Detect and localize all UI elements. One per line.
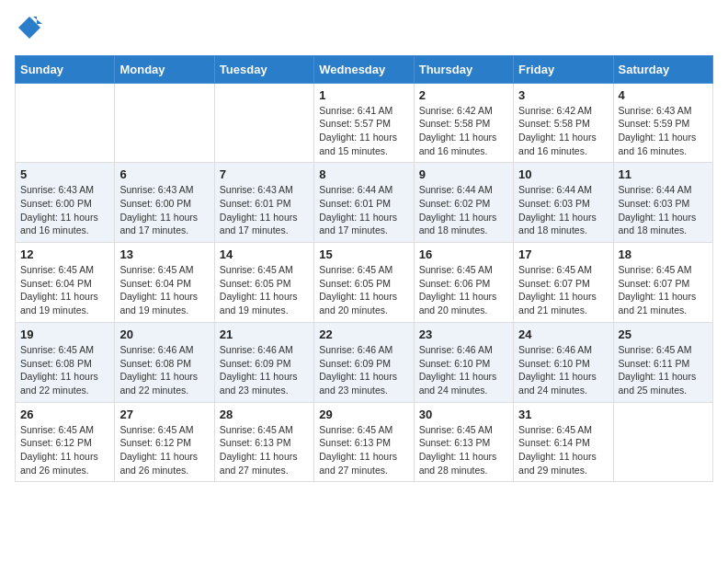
calendar-header-thursday: Thursday — [414, 55, 513, 83]
day-number: 5 — [20, 167, 109, 181]
day-info: Sunrise: 6:44 AM Sunset: 6:03 PM Dayligh… — [619, 183, 708, 237]
day-number: 26 — [20, 408, 109, 421]
day-info: Sunrise: 6:43 AM Sunset: 6:00 PM Dayligh… — [20, 183, 109, 237]
calendar-header-monday: Monday — [115, 55, 214, 83]
calendar-cell: 3Sunrise: 6:42 AM Sunset: 5:58 PM Daylig… — [514, 83, 613, 163]
day-info: Sunrise: 6:45 AM Sunset: 6:06 PM Dayligh… — [419, 263, 508, 317]
calendar-header-sunday: Sunday — [16, 55, 115, 83]
day-number: 23 — [419, 327, 508, 341]
calendar-cell: 17Sunrise: 6:45 AM Sunset: 6:07 PM Dayli… — [514, 243, 613, 323]
day-number: 12 — [20, 247, 109, 261]
calendar-cell: 5Sunrise: 6:43 AM Sunset: 6:00 PM Daylig… — [16, 163, 115, 243]
day-number: 11 — [619, 167, 708, 181]
calendar-cell: 9Sunrise: 6:44 AM Sunset: 6:02 PM Daylig… — [414, 163, 513, 243]
calendar-cell: 18Sunrise: 6:45 AM Sunset: 6:07 PM Dayli… — [613, 243, 712, 323]
calendar-cell: 8Sunrise: 6:44 AM Sunset: 6:01 PM Daylig… — [314, 163, 414, 243]
day-info: Sunrise: 6:45 AM Sunset: 6:04 PM Dayligh… — [119, 263, 209, 317]
day-info: Sunrise: 6:45 AM Sunset: 6:07 PM Dayligh… — [619, 263, 708, 317]
day-info: Sunrise: 6:41 AM Sunset: 5:57 PM Dayligh… — [319, 104, 408, 158]
calendar-cell: 27Sunrise: 6:45 AM Sunset: 6:12 PM Dayli… — [115, 402, 214, 482]
calendar-week-row: 26Sunrise: 6:45 AM Sunset: 6:12 PM Dayli… — [16, 402, 713, 482]
calendar-cell: 31Sunrise: 6:45 AM Sunset: 6:14 PM Dayli… — [514, 402, 613, 482]
day-number: 20 — [119, 327, 209, 341]
calendar-cell: 22Sunrise: 6:46 AM Sunset: 6:09 PM Dayli… — [314, 322, 414, 402]
day-number: 13 — [119, 247, 209, 261]
calendar-cell: 30Sunrise: 6:45 AM Sunset: 6:13 PM Dayli… — [414, 402, 513, 482]
day-info: Sunrise: 6:45 AM Sunset: 6:07 PM Dayligh… — [518, 263, 608, 317]
day-info: Sunrise: 6:42 AM Sunset: 5:58 PM Dayligh… — [518, 104, 608, 158]
calendar-cell: 21Sunrise: 6:46 AM Sunset: 6:09 PM Dayli… — [214, 322, 313, 402]
calendar-week-row: 5Sunrise: 6:43 AM Sunset: 6:00 PM Daylig… — [16, 163, 713, 243]
day-number: 2 — [419, 88, 508, 102]
logo-icon — [17, 15, 42, 40]
calendar-cell: 14Sunrise: 6:45 AM Sunset: 6:05 PM Dayli… — [214, 243, 313, 323]
calendar-cell: 7Sunrise: 6:43 AM Sunset: 6:01 PM Daylig… — [214, 163, 313, 243]
calendar-cell: 6Sunrise: 6:43 AM Sunset: 6:00 PM Daylig… — [115, 163, 214, 243]
day-info: Sunrise: 6:45 AM Sunset: 6:04 PM Dayligh… — [20, 263, 109, 317]
day-info: Sunrise: 6:45 AM Sunset: 6:13 PM Dayligh… — [220, 423, 309, 477]
day-info: Sunrise: 6:46 AM Sunset: 6:09 PM Dayligh… — [319, 343, 408, 397]
day-number: 31 — [518, 408, 608, 421]
day-number: 4 — [619, 88, 708, 102]
day-number: 3 — [518, 88, 608, 102]
calendar-header-wednesday: Wednesday — [314, 55, 414, 83]
calendar-week-row: 1Sunrise: 6:41 AM Sunset: 5:57 PM Daylig… — [16, 83, 713, 163]
day-number: 8 — [319, 167, 408, 181]
day-info: Sunrise: 6:45 AM Sunset: 6:08 PM Dayligh… — [20, 343, 109, 397]
day-number: 7 — [220, 167, 309, 181]
calendar-week-row: 19Sunrise: 6:45 AM Sunset: 6:08 PM Dayli… — [16, 322, 713, 402]
calendar-cell — [613, 402, 712, 482]
day-info: Sunrise: 6:43 AM Sunset: 6:01 PM Dayligh… — [220, 183, 309, 237]
day-number: 15 — [319, 247, 408, 261]
logo — [15, 15, 42, 46]
calendar-week-row: 12Sunrise: 6:45 AM Sunset: 6:04 PM Dayli… — [16, 243, 713, 323]
calendar-table: SundayMondayTuesdayWednesdayThursdayFrid… — [15, 55, 713, 483]
day-info: Sunrise: 6:46 AM Sunset: 6:10 PM Dayligh… — [518, 343, 608, 397]
day-info: Sunrise: 6:45 AM Sunset: 6:11 PM Dayligh… — [619, 343, 708, 397]
calendar-cell — [16, 83, 115, 163]
calendar-header-tuesday: Tuesday — [214, 55, 313, 83]
calendar-cell — [214, 83, 313, 163]
day-number: 25 — [619, 327, 708, 341]
day-number: 1 — [319, 88, 408, 102]
calendar-cell: 20Sunrise: 6:46 AM Sunset: 6:08 PM Dayli… — [115, 322, 214, 402]
day-number: 19 — [20, 327, 109, 341]
calendar-cell: 16Sunrise: 6:45 AM Sunset: 6:06 PM Dayli… — [414, 243, 513, 323]
day-number: 14 — [220, 247, 309, 261]
day-info: Sunrise: 6:43 AM Sunset: 5:59 PM Dayligh… — [619, 104, 708, 158]
calendar-cell: 2Sunrise: 6:42 AM Sunset: 5:58 PM Daylig… — [414, 83, 513, 163]
day-info: Sunrise: 6:45 AM Sunset: 6:12 PM Dayligh… — [119, 423, 209, 477]
day-number: 28 — [220, 408, 309, 421]
calendar-cell: 19Sunrise: 6:45 AM Sunset: 6:08 PM Dayli… — [16, 322, 115, 402]
day-info: Sunrise: 6:45 AM Sunset: 6:14 PM Dayligh… — [518, 423, 608, 477]
calendar-cell: 12Sunrise: 6:45 AM Sunset: 6:04 PM Dayli… — [16, 243, 115, 323]
calendar-cell: 24Sunrise: 6:46 AM Sunset: 6:10 PM Dayli… — [514, 322, 613, 402]
day-number: 9 — [419, 167, 508, 181]
day-info: Sunrise: 6:45 AM Sunset: 6:05 PM Dayligh… — [319, 263, 408, 317]
page-header — [15, 15, 713, 46]
calendar-header-saturday: Saturday — [613, 55, 712, 83]
day-info: Sunrise: 6:46 AM Sunset: 6:09 PM Dayligh… — [220, 343, 309, 397]
calendar-header-friday: Friday — [514, 55, 613, 83]
day-number: 6 — [119, 167, 209, 181]
day-number: 27 — [119, 408, 209, 421]
day-number: 22 — [319, 327, 408, 341]
day-info: Sunrise: 6:44 AM Sunset: 6:01 PM Dayligh… — [319, 183, 408, 237]
calendar-cell: 29Sunrise: 6:45 AM Sunset: 6:13 PM Dayli… — [314, 402, 414, 482]
day-number: 16 — [419, 247, 508, 261]
day-info: Sunrise: 6:44 AM Sunset: 6:03 PM Dayligh… — [518, 183, 608, 237]
day-number: 29 — [319, 408, 408, 421]
day-info: Sunrise: 6:45 AM Sunset: 6:12 PM Dayligh… — [20, 423, 109, 477]
calendar-cell: 28Sunrise: 6:45 AM Sunset: 6:13 PM Dayli… — [214, 402, 313, 482]
calendar-cell: 25Sunrise: 6:45 AM Sunset: 6:11 PM Dayli… — [613, 322, 712, 402]
calendar-cell: 23Sunrise: 6:46 AM Sunset: 6:10 PM Dayli… — [414, 322, 513, 402]
day-number: 21 — [220, 327, 309, 341]
day-number: 10 — [518, 167, 608, 181]
day-info: Sunrise: 6:44 AM Sunset: 6:02 PM Dayligh… — [419, 183, 508, 237]
day-number: 17 — [518, 247, 608, 261]
day-info: Sunrise: 6:46 AM Sunset: 6:10 PM Dayligh… — [419, 343, 508, 397]
day-info: Sunrise: 6:45 AM Sunset: 6:13 PM Dayligh… — [419, 423, 508, 477]
day-number: 18 — [619, 247, 708, 261]
day-number: 30 — [419, 408, 508, 421]
calendar-cell: 26Sunrise: 6:45 AM Sunset: 6:12 PM Dayli… — [16, 402, 115, 482]
